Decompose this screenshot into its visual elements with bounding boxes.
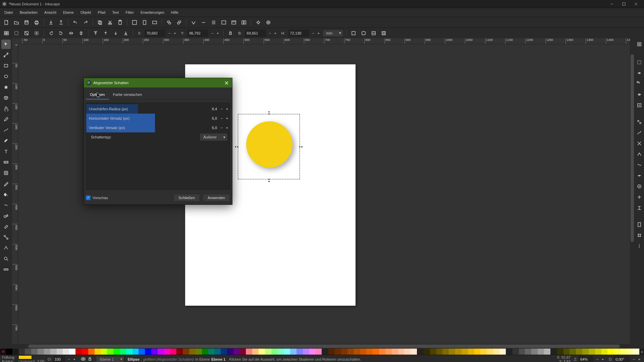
redo-button[interactable] bbox=[81, 18, 90, 27]
color-swatch[interactable] bbox=[347, 349, 354, 355]
preview-checkbox[interactable]: ✓ Vorschau bbox=[86, 195, 108, 200]
raise-top-button[interactable] bbox=[91, 29, 100, 38]
opacity-input[interactable] bbox=[53, 356, 65, 362]
color-swatch[interactable] bbox=[341, 349, 347, 355]
scrollbar-v-thumb[interactable] bbox=[631, 54, 634, 242]
star-tool[interactable] bbox=[1, 82, 11, 92]
color-swatch[interactable] bbox=[107, 349, 113, 355]
color-swatch[interactable] bbox=[221, 349, 227, 355]
group-button[interactable] bbox=[189, 18, 198, 27]
move-gradients-button[interactable] bbox=[369, 29, 378, 38]
color-swatch[interactable] bbox=[354, 349, 360, 355]
selectors-button[interactable] bbox=[239, 18, 248, 27]
color-swatch[interactable] bbox=[189, 349, 196, 355]
color-swatch[interactable] bbox=[82, 349, 88, 355]
color-swatch[interactable] bbox=[69, 349, 75, 355]
dialog-close-button[interactable] bbox=[223, 80, 229, 86]
scale-handle-w[interactable] bbox=[235, 145, 239, 149]
rect-tool[interactable] bbox=[1, 61, 11, 70]
snap-bbox[interactable] bbox=[635, 58, 644, 67]
color-swatch[interactable] bbox=[436, 349, 443, 355]
color-swatch[interactable] bbox=[113, 349, 120, 355]
y-increase-button[interactable]: + bbox=[215, 29, 220, 37]
color-swatch[interactable] bbox=[88, 349, 95, 355]
dialog-tab-color[interactable]: Farbe verwischen bbox=[109, 90, 146, 100]
color-swatch[interactable] bbox=[31, 349, 38, 355]
color-swatch[interactable] bbox=[145, 349, 151, 355]
move-patterns-button[interactable] bbox=[379, 29, 388, 38]
color-swatch[interactable] bbox=[38, 349, 44, 355]
dropper-tool[interactable] bbox=[1, 179, 11, 188]
color-swatch[interactable] bbox=[12, 349, 19, 355]
color-swatch[interactable] bbox=[468, 349, 474, 355]
ellipse-tool[interactable] bbox=[1, 72, 11, 81]
color-swatch[interactable] bbox=[614, 349, 620, 355]
calligraphy-tool[interactable] bbox=[1, 136, 11, 145]
color-swatch[interactable] bbox=[246, 349, 252, 355]
color-swatch[interactable] bbox=[385, 349, 392, 355]
xml-button[interactable] bbox=[219, 18, 228, 27]
menu-bearbeiten[interactable]: Bearbeiten bbox=[17, 9, 41, 15]
color-swatch[interactable] bbox=[589, 349, 595, 355]
color-swatch[interactable] bbox=[525, 349, 531, 355]
scale-stroke-button[interactable] bbox=[349, 29, 358, 38]
scrollbar-vertical[interactable] bbox=[630, 44, 635, 344]
undo-button[interactable] bbox=[71, 18, 80, 27]
snap-grid[interactable] bbox=[635, 231, 644, 240]
text-tool[interactable] bbox=[1, 147, 11, 156]
window-minimize-button[interactable] bbox=[606, 0, 618, 8]
clone-button[interactable] bbox=[175, 18, 183, 27]
color-swatch[interactable] bbox=[379, 349, 385, 355]
color-swatch[interactable] bbox=[50, 349, 57, 355]
scale-handle-n[interactable] bbox=[267, 111, 271, 115]
menu-text[interactable]: Text bbox=[109, 9, 122, 15]
color-swatch[interactable] bbox=[63, 349, 69, 355]
copy-button[interactable] bbox=[96, 18, 104, 27]
menu-hilfe[interactable]: Hilfe bbox=[168, 9, 181, 15]
unit-select[interactable]: mm▾ bbox=[323, 29, 343, 37]
color-swatch[interactable] bbox=[373, 349, 379, 355]
bezier-tool[interactable] bbox=[1, 125, 11, 135]
color-swatch[interactable] bbox=[430, 349, 436, 355]
dialog-row[interactable]: Horizontaler Versatz (px)6,0−+ bbox=[86, 114, 230, 123]
scale-handle-s[interactable] bbox=[267, 178, 271, 182]
fill-swatch[interactable] bbox=[18, 355, 32, 359]
color-swatch[interactable] bbox=[297, 349, 303, 355]
lower-button[interactable] bbox=[111, 29, 120, 38]
gradient-tool[interactable] bbox=[1, 158, 11, 167]
prefs-button[interactable] bbox=[254, 18, 263, 27]
palette-menu-button[interactable]: ◂ bbox=[639, 349, 644, 355]
x-increase-button[interactable]: + bbox=[172, 29, 177, 37]
w-decrease-button[interactable]: − bbox=[267, 29, 273, 37]
dialog-row-increase[interactable]: + bbox=[224, 126, 230, 130]
rotate-ccw-button[interactable] bbox=[47, 29, 55, 38]
scrollbar-h-thumb[interactable] bbox=[28, 345, 620, 348]
save-button[interactable] bbox=[22, 18, 31, 27]
color-swatch[interactable] bbox=[607, 349, 614, 355]
snap-corner[interactable] bbox=[635, 79, 644, 88]
color-swatch[interactable] bbox=[25, 349, 31, 355]
color-swatch[interactable] bbox=[278, 349, 284, 355]
color-swatch[interactable] bbox=[151, 349, 158, 355]
lower-bottom-button[interactable] bbox=[121, 29, 130, 38]
color-swatch[interactable] bbox=[404, 349, 411, 355]
color-swatch[interactable] bbox=[6, 349, 12, 355]
color-swatch[interactable] bbox=[202, 349, 208, 355]
menu-erweiterungen[interactable]: Erweiterungen bbox=[138, 9, 167, 15]
rotation-input[interactable] bbox=[614, 356, 630, 362]
stroke-width-value[interactable]: 2,00 bbox=[37, 359, 44, 362]
zoom-fit-button[interactable] bbox=[130, 18, 139, 27]
color-swatch[interactable] bbox=[75, 349, 82, 355]
eraser-tool[interactable] bbox=[1, 222, 11, 231]
color-swatch[interactable] bbox=[449, 349, 455, 355]
rotation-increase[interactable]: + bbox=[637, 356, 642, 362]
h-input[interactable] bbox=[288, 29, 309, 37]
snap-toggle[interactable] bbox=[635, 40, 644, 49]
color-swatch[interactable] bbox=[557, 349, 564, 355]
snap-smooth[interactable] bbox=[635, 160, 644, 170]
flip-v-button[interactable] bbox=[77, 29, 86, 38]
3dbox-tool[interactable] bbox=[1, 93, 11, 103]
x-decrease-button[interactable]: − bbox=[167, 29, 172, 37]
color-swatch[interactable] bbox=[271, 349, 278, 355]
snap-guide[interactable] bbox=[635, 241, 644, 251]
